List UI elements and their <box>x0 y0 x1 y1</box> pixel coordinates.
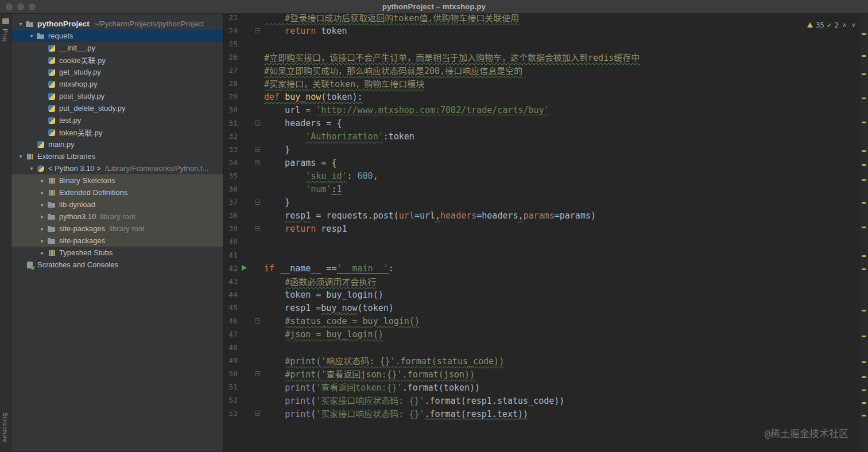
tree-item[interactable]: ▸Typeshed Stubs <box>11 247 223 259</box>
tree-item[interactable]: post_study.py <box>11 90 223 102</box>
gutter[interactable] <box>238 182 264 196</box>
warning-stripe-mark[interactable] <box>862 122 866 123</box>
line-number[interactable]: 50 <box>224 369 238 378</box>
fold-marker-icon[interactable] <box>255 28 260 33</box>
minimize-button[interactable] <box>17 3 24 10</box>
line-number[interactable]: 36 <box>224 185 238 193</box>
warning-stripe-mark[interactable] <box>862 179 866 181</box>
line-number[interactable]: 42 <box>224 264 238 272</box>
warning-stripe-mark[interactable] <box>862 402 866 404</box>
gutter[interactable] <box>238 314 264 328</box>
chevron-down-icon[interactable]: ▾ <box>27 33 36 39</box>
gutter[interactable] <box>238 328 264 341</box>
line-number[interactable]: 53 <box>224 409 238 418</box>
fold-marker-icon[interactable] <box>255 371 260 376</box>
fold-marker-icon[interactable] <box>255 120 260 126</box>
code-line[interactable]: 36 'num':1 <box>224 182 860 196</box>
run-icon[interactable] <box>242 265 247 271</box>
code-line[interactable]: 29def buy_now(token): <box>224 90 860 103</box>
code-line[interactable]: 28#买家接口，关联token，购物车接口模块 <box>224 77 860 90</box>
tree-item[interactable]: __init__.py <box>11 42 223 54</box>
line-number[interactable]: 41 <box>224 251 238 259</box>
warning-stripe-mark[interactable] <box>862 376 866 378</box>
line-number[interactable]: 28 <box>224 79 238 88</box>
fold-marker-icon[interactable] <box>255 200 260 205</box>
line-number[interactable]: 35 <box>224 172 238 180</box>
gutter[interactable] <box>238 37 264 50</box>
warning-stripe-mark[interactable] <box>862 73 866 75</box>
gutter[interactable] <box>238 143 264 156</box>
gutter[interactable] <box>238 90 264 103</box>
code-line[interactable]: 25 <box>224 37 860 50</box>
code-line[interactable]: 49 #print('响应状态码: {}'.format(status_code… <box>224 354 860 367</box>
code-line[interactable]: 44 token = buy_login() <box>224 288 860 301</box>
project-tool-button[interactable]: Proj <box>2 29 9 42</box>
code-line[interactable]: 35 'sku_id': 600, <box>224 169 860 182</box>
gutter[interactable] <box>238 275 264 288</box>
tree-item[interactable]: cookie关联.py <box>11 54 223 66</box>
line-number[interactable]: 29 <box>224 92 238 101</box>
error-stripe-scrollbar[interactable] <box>860 14 868 451</box>
line-number[interactable]: 34 <box>224 158 238 167</box>
line-number[interactable]: 33 <box>224 145 238 154</box>
code-line[interactable]: 45 resp1 =buy_now(token) <box>224 301 860 314</box>
line-number[interactable]: 38 <box>224 211 238 220</box>
chevron-right-icon[interactable]: ▸ <box>38 177 47 184</box>
gutter[interactable] <box>238 103 264 116</box>
line-number[interactable]: 47 <box>224 330 238 338</box>
code-line[interactable]: 34 params = { <box>224 156 860 169</box>
line-number[interactable]: 40 <box>224 237 238 246</box>
gutter[interactable] <box>238 50 264 64</box>
code-line[interactable]: 51 print('查看返回token:{}'.format(token)) <box>224 380 860 393</box>
tree-item[interactable]: ▸Extended Definitions <box>11 186 223 198</box>
tree-item[interactable]: test.py <box>11 114 223 126</box>
line-number[interactable]: 52 <box>224 396 238 404</box>
code-line[interactable]: 53 print('买家接口响应状态码: {}'.format(resp1.te… <box>224 407 860 420</box>
gutter[interactable] <box>238 169 264 182</box>
chevron-right-icon[interactable]: ▸ <box>38 237 47 244</box>
warning-stripe-mark[interactable] <box>862 389 866 391</box>
line-number[interactable]: 37 <box>224 198 238 206</box>
warning-stripe-mark[interactable] <box>862 361 866 363</box>
code-line[interactable]: 27#如果立即购买成功，那么响应状态码就是200,接口响应信息是空的 <box>224 64 860 77</box>
gutter[interactable] <box>238 262 264 275</box>
code-line[interactable]: 47 #json = buy_login() <box>224 328 860 341</box>
code-line[interactable]: 37 } <box>224 196 860 209</box>
gutter[interactable] <box>238 222 264 235</box>
line-number[interactable]: 27 <box>224 66 238 75</box>
chevron-right-icon[interactable]: ▸ <box>38 189 47 196</box>
project-tool-window-icon[interactable] <box>2 18 9 24</box>
chevron-right-icon[interactable]: ▸ <box>38 213 47 220</box>
warning-stripe-mark[interactable] <box>862 310 866 311</box>
gutter[interactable] <box>238 301 264 314</box>
tree-item[interactable]: ▸Binary Skeletons <box>11 174 223 186</box>
tree-item[interactable]: ▾requets <box>11 30 223 42</box>
code-editor[interactable]: 23 #登录接口成功后获取返回的token值,供购物车接口关联使用24 retu… <box>224 14 868 451</box>
warning-stripe-mark[interactable] <box>862 255 866 257</box>
gutter[interactable] <box>238 341 264 354</box>
chevron-down-icon[interactable]: ▾ <box>16 21 25 27</box>
inspections-widget[interactable]: 35 ✔ 2 ∧ ∨ <box>807 21 857 29</box>
code-line[interactable]: 24 return token <box>224 24 860 37</box>
code-line[interactable]: 31 headers = { <box>224 116 860 130</box>
line-number[interactable]: 49 <box>224 356 238 365</box>
chevron-up-icon[interactable]: ∧ <box>842 21 848 29</box>
fold-marker-icon[interactable] <box>255 147 260 152</box>
gutter[interactable] <box>238 24 264 37</box>
gutter[interactable] <box>238 209 264 222</box>
line-number[interactable]: 44 <box>224 290 238 299</box>
line-number[interactable]: 31 <box>224 119 238 127</box>
tree-item[interactable]: ▸lib-dynload <box>11 198 223 211</box>
gutter[interactable] <box>238 77 264 90</box>
code-line[interactable]: 43 #函数必须调用才会执行 <box>224 275 860 288</box>
gutter[interactable] <box>238 367 264 380</box>
tree-item[interactable]: ▾< Python 3.10 >/Library/Frameworks/Pyth… <box>11 162 223 174</box>
zoom-button[interactable] <box>29 3 36 10</box>
tree-item[interactable]: ▾External Libraries <box>11 150 223 162</box>
code-line[interactable]: 42if __name__ =='__main__': <box>224 262 860 275</box>
tree-item[interactable]: ▸python3.10library root <box>11 211 223 223</box>
warning-stripe-mark[interactable] <box>862 150 866 152</box>
code-line[interactable]: 33 } <box>224 143 860 156</box>
close-button[interactable] <box>6 3 13 10</box>
line-number[interactable]: 30 <box>224 106 238 114</box>
